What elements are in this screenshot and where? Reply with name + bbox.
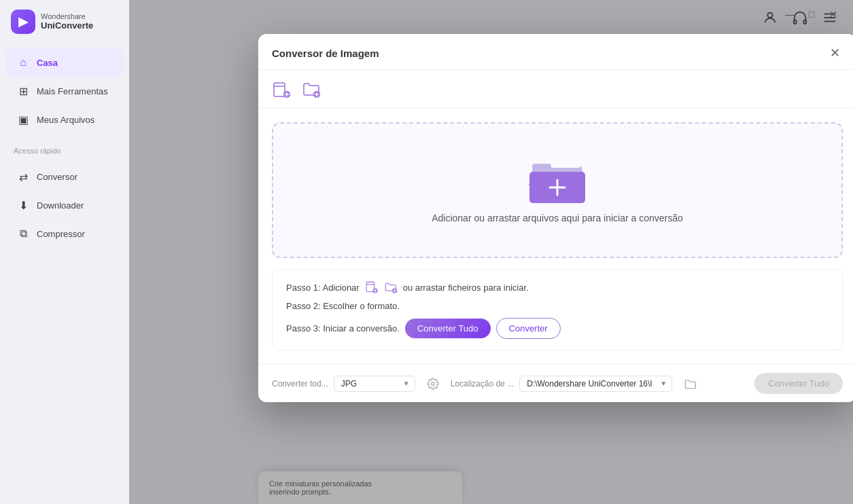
logo-text: Wondershare UniConverte: [41, 13, 93, 31]
convert-all-footer-button[interactable]: Converter Tudo: [754, 373, 843, 394]
mais-ferramentas-icon: ⊞: [16, 84, 30, 98]
add-folder-button[interactable]: [299, 77, 324, 101]
compressor-icon: ⧉: [16, 227, 30, 240]
quick-access-nav: ⇄ Conversor ⬇ Downloader ⧉ Compressor: [0, 158, 129, 253]
svg-rect-6: [274, 83, 285, 96]
main-content: 🎵 ⬇ ▶ xxx.com Mais Ferramentas ›: [129, 0, 853, 504]
location-select-wrapper: D:\Wondershare UniConverter 16\I ▼: [519, 376, 672, 392]
settings-icon-button[interactable]: [423, 374, 442, 393]
sidebar-item-casa[interactable]: ⌂ Casa: [5, 49, 124, 76]
instructions: Passo 1: Adicionar: [272, 269, 843, 350]
sidebar-item-downloader[interactable]: ⬇ Downloader: [5, 192, 124, 219]
sidebar-item-label: Casa: [37, 58, 58, 68]
dialog-toolbar: [258, 70, 853, 109]
dialog-header: Conversor de Imagem ✕: [258, 34, 853, 70]
browse-folder-button[interactable]: [680, 374, 699, 393]
maximize-button[interactable]: □: [805, 8, 818, 20]
instruction-step2: Passo 2: Escolher o formato.: [286, 301, 829, 311]
sidebar-item-mais-ferramentas[interactable]: ⊞ Mais Ferramentas: [5, 77, 124, 105]
sidebar-item-conversor[interactable]: ⇄ Conversor: [5, 163, 124, 190]
quick-access-title: Acesso rápido: [0, 139, 129, 158]
image-converter-dialog: Conversor de Imagem ✕: [258, 34, 853, 402]
svg-point-29: [431, 382, 434, 385]
instruction-step3: Passo 3: Iniciar a conversão. Converter …: [286, 318, 829, 339]
svg-rect-16: [532, 164, 551, 170]
window-close-button[interactable]: ✕: [827, 8, 839, 20]
sidebar-item-meus-arquivos[interactable]: ▣ Meus Arquivos: [5, 106, 124, 133]
location-select[interactable]: D:\Wondershare UniConverter 16\I: [519, 376, 672, 392]
add-file-button[interactable]: [269, 77, 294, 101]
sidebar-item-label: Downloader: [37, 200, 84, 211]
window-controls: — □ ✕: [784, 8, 839, 20]
sidebar-nav: ⌂ Casa ⊞ Mais Ferramentas ▣ Meus Arquivo…: [0, 43, 129, 139]
app-logo: ▶ Wondershare UniConverte: [0, 0, 129, 43]
casa-icon: ⌂: [16, 56, 30, 69]
sidebar-item-compressor[interactable]: ⧉ Compressor: [5, 220, 124, 247]
drop-zone[interactable]: ✦ ✦: [272, 122, 843, 258]
sidebar-item-label: Conversor: [37, 172, 77, 182]
dialog-title: Conversor de Imagem: [272, 48, 379, 59]
format-field: Converter tod... JPG PNG WEBP BMP GIF ▼: [272, 376, 415, 392]
drop-zone-text: Adicionar ou arrastar arquivos aqui para…: [432, 213, 683, 223]
sidebar: ▶ Wondershare UniConverte ⌂ Casa ⊞ Mais …: [0, 0, 129, 504]
app-container: — □ ✕ ▶ Wondershare UniConverte ⌂ Casa ⊞…: [0, 0, 853, 504]
conversor-icon: ⇄: [16, 170, 30, 183]
sidebar-item-label: Mais Ferramentas: [37, 86, 108, 96]
meus-arquivos-icon: ▣: [16, 113, 30, 126]
convert-button[interactable]: Converter: [496, 318, 561, 339]
format-select[interactable]: JPG PNG WEBP BMP GIF: [334, 376, 415, 392]
step1-text-suffix: ou arrastar ficheiros para iniciar.: [403, 283, 529, 293]
brand-name: Wondershare: [41, 13, 93, 20]
sidebar-item-label: Compressor: [37, 229, 85, 239]
dialog-close-button[interactable]: ✕: [826, 45, 843, 61]
logo-icon: ▶: [11, 10, 35, 34]
format-select-wrapper: JPG PNG WEBP BMP GIF ▼: [334, 376, 415, 392]
dialog-footer: Converter tod... JPG PNG WEBP BMP GIF ▼: [258, 364, 853, 402]
format-label: Converter tod...: [272, 379, 328, 389]
location-label: Localização de ...: [451, 379, 514, 389]
instruction-step1: Passo 1: Adicionar: [286, 281, 829, 294]
minimize-button[interactable]: —: [784, 8, 796, 20]
step1-text-prefix: Passo 1: Adicionar: [286, 283, 360, 293]
drop-folder-icon: ✦ ✦: [527, 157, 588, 204]
location-field: Localização de ... D:\Wondershare UniCon…: [451, 376, 672, 392]
downloader-icon: ⬇: [16, 198, 30, 212]
dialog-body: ✦ ✦: [258, 109, 853, 364]
svg-text:✦: ✦: [578, 164, 583, 172]
step3-text-prefix: Passo 3: Iniciar a conversão.: [286, 323, 400, 334]
convert-all-button[interactable]: Converter Tudo: [405, 319, 491, 338]
dialog-overlay: Conversor de Imagem ✕: [129, 0, 853, 504]
step2-text: Passo 2: Escolher o formato.: [286, 301, 400, 311]
brand-product: UniConverte: [41, 20, 93, 31]
sidebar-item-label: Meus Arquivos: [37, 115, 94, 125]
